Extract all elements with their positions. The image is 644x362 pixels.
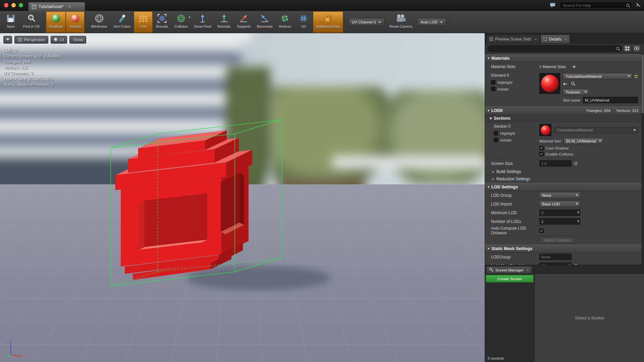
details-tab-bar: Preview Scene Setti × Details × (485, 33, 644, 44)
isolate-checkbox[interactable] (494, 138, 498, 142)
static-mesh-preview[interactable] (107, 119, 342, 300)
number-of-lods-spinner[interactable]: 1 (539, 218, 580, 225)
viewport-3d[interactable]: Perspective Lit Show LOD: 0 Current Scre… (0, 33, 485, 362)
create-socket-button[interactable]: Create Socket (486, 275, 534, 283)
vertices-sphere-icon (279, 13, 290, 24)
browse-to-asset-icon[interactable] (571, 81, 575, 87)
additional-data-toggle-button[interactable]: Additional Data (313, 11, 343, 33)
chevron-right-icon: ▸ (492, 177, 494, 181)
section-material-dropdown[interactable]: TutorialAssetMaterial (554, 127, 638, 133)
minimum-lod-spinner[interactable]: 0 (539, 209, 580, 216)
close-window-button[interactable] (4, 3, 8, 7)
lodgroup-field[interactable]: None (539, 254, 572, 260)
material-asset-dropdown[interactable]: TutorialAssetMaterial (563, 73, 632, 79)
uv-toggle-button[interactable]: UV (294, 11, 313, 33)
view-options-eye-icon[interactable] (633, 45, 641, 52)
lod0-vertices: Vertices: 312 (616, 109, 639, 113)
slot-name-input[interactable]: M_UVMaterial (583, 97, 638, 103)
vert-colors-toggle-button[interactable]: Vert Colors (110, 11, 134, 33)
refresh-icon[interactable] (574, 162, 578, 166)
uv-channel-dropdown[interactable]: UV Channel 0 (348, 18, 385, 26)
material-thumbnail[interactable] (539, 73, 560, 94)
reset-to-default-icon[interactable] (634, 74, 638, 78)
binormals-arrow-icon (259, 13, 270, 24)
vertices-toggle-button[interactable]: Vertices (275, 11, 294, 33)
auto-lod-dropdown[interactable]: Auto LOD (417, 18, 446, 26)
perspective-button[interactable]: Perspective (14, 36, 48, 44)
lod-group-row: LOD Group None (485, 191, 641, 200)
lit-mode-button[interactable]: Lit (51, 36, 67, 44)
spinner-drag-icon[interactable] (577, 220, 579, 223)
build-settings-row[interactable]: ▸ Build Settings (485, 168, 641, 175)
viewport-options-button[interactable] (3, 36, 12, 44)
close-icon[interactable]: × (565, 37, 567, 41)
grid-toggle-button[interactable]: Grid (134, 11, 153, 33)
toolbar-separator (449, 13, 450, 31)
show-menu-button[interactable]: Show (69, 36, 86, 44)
binormals-toggle-button[interactable]: Binormals (254, 11, 276, 33)
screen-size-input[interactable]: 1.0 (539, 160, 572, 167)
help-search-input[interactable] (560, 2, 632, 9)
collision-dropdown-caret-icon[interactable] (189, 17, 191, 18)
close-icon[interactable]: × (534, 37, 536, 41)
auto-compute-lod-row: Auto Compute LOD Distance (485, 226, 641, 236)
highlight-checkbox[interactable] (491, 80, 495, 84)
find-in-cb-button[interactable]: Find in CB (20, 11, 43, 33)
close-icon[interactable]: × (527, 268, 529, 272)
tangents-toggle-button[interactable]: Tangents (233, 11, 254, 33)
bounds-icon (157, 13, 167, 24)
close-tab-icon[interactable]: × (68, 4, 71, 9)
textures-dropdown[interactable]: Textures (563, 89, 589, 95)
stat-lod: LOD: 0 (4, 48, 61, 54)
category-lod0[interactable]: ▾ LOD0 Triangles: 204 Vertices: 312 (485, 106, 641, 115)
chevron-down-icon (633, 129, 636, 131)
highlight-checkbox[interactable] (494, 131, 498, 135)
reduction-settings-row[interactable]: ▸ Reduction Settings (485, 175, 641, 183)
tab-socket-manager[interactable]: Socket Manager × (486, 266, 532, 274)
tangents-arrow-icon (238, 13, 249, 24)
section-material-thumbnail[interactable] (539, 124, 551, 136)
category-static-mesh-settings[interactable]: ▾ Static Mesh Settings (485, 244, 641, 253)
details-scrollbar[interactable] (641, 54, 644, 265)
auto-compute-lod-checkbox[interactable] (539, 229, 544, 233)
chevron-down-icon (576, 194, 578, 196)
asset-tab[interactable]: TutorialAsset* × (28, 2, 85, 11)
stat-collision-prims: Num Collision Primitives: 1 (4, 82, 61, 88)
use-selected-asset-icon[interactable] (563, 81, 568, 87)
lod-group-dropdown[interactable]: None (539, 192, 580, 198)
grid-icon (138, 13, 149, 24)
section0-block: Section 0 Highlight Isolate (485, 122, 641, 159)
cast-shadow-checkbox[interactable] (539, 146, 544, 150)
feedback-bubble-icon[interactable] (550, 3, 556, 8)
scrollbar-thumb[interactable] (642, 55, 644, 113)
light-map-resolution-spinner[interactable]: 64 (539, 262, 572, 265)
normals-toggle-button[interactable]: Normals (214, 11, 233, 33)
tab-preview-scene-settings[interactable]: Preview Scene Setti × (486, 35, 540, 43)
tab-details[interactable]: Details × (540, 35, 570, 43)
category-materials[interactable]: ▾ Materials (485, 54, 641, 62)
add-material-slot-button[interactable]: + (573, 64, 576, 69)
console-toggle-icon[interactable] (636, 3, 641, 8)
details-search-input[interactable] (488, 45, 622, 52)
realtime-toggle-button[interactable]: Realtime (46, 11, 66, 33)
lod-import-dropdown[interactable]: Base LOD (539, 201, 580, 207)
wireframe-toggle-button[interactable]: Wireframe (88, 11, 110, 33)
minimize-window-button[interactable] (11, 3, 16, 7)
chevron-down-icon (599, 140, 601, 142)
category-lod-settings[interactable]: ▾ LOD Settings (485, 183, 641, 191)
show-pivot-toggle-button[interactable]: Show Pivot (191, 11, 215, 33)
save-button[interactable]: Save (1, 11, 20, 33)
paintbrush-icon (117, 13, 127, 24)
isolate-checkbox[interactable] (491, 87, 495, 91)
spinner-drag-icon[interactable] (577, 211, 579, 214)
property-matrix-button[interactable] (623, 45, 631, 52)
material-slot-dropdown[interactable]: [0] M_UVMaterial (564, 138, 603, 144)
reset-camera-button[interactable]: Reset Camera (386, 11, 415, 33)
sockets-toggle-button[interactable]: Sockets (66, 11, 85, 33)
enable-collision-checkbox[interactable] (539, 152, 544, 156)
collision-toggle-button[interactable]: Collision (171, 11, 191, 33)
apply-changes-button[interactable]: Apply Changes (539, 237, 576, 243)
subcategory-sections[interactable]: ▾ Sections (485, 115, 641, 122)
bounds-toggle-button[interactable]: Bounds (153, 11, 171, 33)
zoom-window-button[interactable] (19, 3, 23, 7)
